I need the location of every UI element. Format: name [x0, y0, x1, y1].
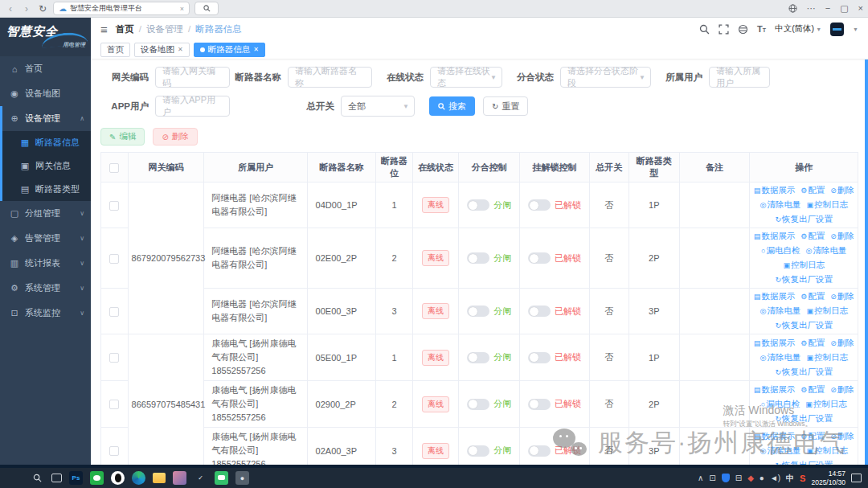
action-link-配置[interactable]: ⚙配置 — [800, 291, 825, 302]
sidebar-item-统计报表[interactable]: ▥统计报表∨ — [0, 251, 91, 276]
qq-icon[interactable] — [111, 471, 125, 485]
action-link-删除[interactable]: ⊘删除 — [830, 291, 854, 302]
delete-button[interactable]: ⊘删除 — [153, 128, 197, 146]
action-link-删除[interactable]: ⊘删除 — [830, 338, 854, 349]
close-icon[interactable]: × — [858, 4, 863, 13]
action-link-清除电量[interactable]: ◎清除电量 — [806, 245, 847, 256]
action-link-控制日志[interactable]: ▣控制日志 — [806, 306, 848, 317]
action-link-数据展示[interactable]: ▤数据展示 — [754, 185, 796, 196]
split-toggle[interactable] — [467, 445, 489, 457]
photos-icon[interactable] — [173, 471, 186, 485]
minimize-icon[interactable]: − — [825, 4, 830, 13]
search-icon[interactable] — [699, 24, 710, 35]
action-link-数据展示[interactable]: ▤数据展示 — [754, 384, 796, 396]
split-toggle[interactable] — [467, 352, 489, 363]
sidebar-item-分组管理[interactable]: ▢分组管理∨ — [0, 201, 91, 226]
action-link-清除电量[interactable]: ◎清除电量 — [760, 306, 801, 317]
chat-icon[interactable] — [215, 471, 228, 485]
action-link-配置[interactable]: ⚙配置 — [800, 231, 825, 242]
action-link-配置[interactable]: ⚙配置 — [800, 185, 825, 196]
filter-select-总开关[interactable]: 全部▼ — [341, 96, 415, 117]
globe-icon[interactable] — [788, 4, 797, 13]
split-toggle[interactable] — [467, 399, 489, 410]
tab-断路器信息[interactable]: 断路器信息✕ — [194, 43, 265, 57]
filter-input-断路器名称[interactable]: 请输入断路器名称 — [288, 67, 372, 88]
browser-tab[interactable]: ☁ 智慧安全用电管理平台 × — [53, 2, 190, 15]
theme-icon[interactable] — [738, 24, 748, 35]
action-link-恢复出厂设置[interactable]: ↻恢复出厂设置 — [775, 274, 833, 285]
action-link-配置[interactable]: ⚙配置 — [800, 338, 825, 349]
action-link-数据展示[interactable]: ▤数据展示 — [754, 231, 796, 242]
sidebar-item-断路器信息[interactable]: ▦断路器信息 — [2, 131, 91, 154]
tab-设备地图[interactable]: 设备地图✕ — [134, 43, 190, 57]
tray-meeting-icon[interactable]: ◆ — [747, 474, 754, 482]
action-link-配置[interactable]: ⚙配置 — [800, 431, 825, 442]
edit-button[interactable]: ✎编辑 — [100, 128, 145, 146]
tray-person-icon[interactable]: ● — [760, 474, 764, 482]
sidebar-item-设备管理[interactable]: ⊕设备管理∧ — [2, 106, 91, 131]
browser-menu-icon[interactable]: ⋯ — [807, 4, 816, 13]
tab-首页[interactable]: 首页 — [100, 43, 130, 57]
refresh-icon[interactable]: ↻ — [37, 3, 48, 14]
action-link-数据展示[interactable]: ▤数据展示 — [754, 338, 796, 349]
forward-icon[interactable]: › — [21, 3, 32, 14]
tray-chevron-up-icon[interactable]: ∧ — [698, 474, 703, 482]
font-size-icon[interactable]: TT — [757, 24, 766, 34]
action-link-数据展示[interactable]: ▤数据展示 — [754, 431, 796, 442]
action-link-控制日志[interactable]: ▣控制日志 — [783, 260, 825, 271]
split-toggle[interactable] — [467, 199, 489, 211]
sidebar-item-首页[interactable]: ⌂首页 — [0, 56, 91, 81]
row-checkbox[interactable] — [109, 400, 119, 409]
browser-search-button[interactable] — [194, 2, 219, 15]
row-checkbox[interactable] — [109, 353, 119, 363]
lock-toggle[interactable] — [528, 445, 551, 457]
sidebar-item-系统管理[interactable]: ⚙系统管理∨ — [0, 276, 91, 301]
lock-toggle[interactable] — [528, 352, 551, 363]
action-link-配置[interactable]: ⚙配置 — [800, 384, 825, 396]
lock-toggle[interactable] — [528, 306, 551, 317]
photoshop-icon[interactable]: Ps — [69, 471, 83, 485]
action-link-删除[interactable]: ⊘删除 — [830, 384, 854, 396]
lock-toggle[interactable] — [528, 399, 551, 410]
filter-input-所属用户[interactable]: 请输入所属用户 — [709, 67, 770, 88]
wechat-icon[interactable] — [90, 471, 104, 485]
split-toggle[interactable] — [467, 252, 489, 264]
action-link-恢复出厂设置[interactable]: ↻恢复出厂设置 — [775, 320, 833, 331]
sidebar-item-网关信息[interactable]: ▣网关信息 — [2, 154, 91, 178]
chevron-down-icon[interactable]: ▼ — [853, 27, 858, 32]
row-checkbox[interactable] — [109, 446, 119, 456]
action-link-删除[interactable]: ⊘删除 — [830, 431, 854, 442]
sidebar-toggle-icon[interactable]: ≡ — [100, 23, 108, 36]
search-button[interactable]: 搜索 — [429, 96, 475, 116]
taskbar-clock[interactable]: 14:57 2025/10/30 — [811, 470, 845, 486]
action-link-漏电自检[interactable]: ○漏电自检 — [761, 245, 800, 256]
tab-close-icon[interactable]: × — [180, 5, 184, 13]
sidebar-item-系统监控[interactable]: ⊡系统监控∨ — [0, 301, 91, 326]
tray-display-icon[interactable]: ⊡ — [709, 474, 715, 482]
action-link-清除电量[interactable]: ◎清除电量 — [760, 199, 801, 211]
windows-start-icon[interactable] — [10, 471, 23, 485]
tray-volume-icon[interactable]: ◄) — [770, 474, 780, 482]
restore-icon[interactable]: ▢ — [840, 4, 848, 13]
action-link-恢复出厂设置[interactable]: ↻恢复出厂设置 — [775, 214, 833, 225]
action-link-控制日志[interactable]: ▣控制日志 — [806, 352, 848, 363]
reset-button[interactable]: ↻重置 — [483, 96, 528, 116]
action-link-删除[interactable]: ⊘删除 — [830, 185, 854, 196]
tray-shield-icon[interactable] — [722, 474, 730, 482]
row-checkbox[interactable] — [109, 307, 119, 317]
action-link-漏电自检[interactable]: ○漏电自检 — [761, 399, 800, 410]
action-link-控制日志[interactable]: ▣控制日志 — [806, 445, 848, 457]
security-shield-icon[interactable]: ✓ — [194, 471, 207, 485]
fullscreen-icon[interactable] — [719, 24, 729, 35]
action-link-恢复出厂设置[interactable]: ↻恢复出厂设置 — [775, 460, 833, 465]
lock-toggle[interactable] — [528, 252, 551, 264]
ime-indicator[interactable]: 中 — [786, 473, 794, 484]
filter-input-网关编码[interactable]: 请输入网关编码 — [155, 67, 230, 88]
row-checkbox[interactable] — [109, 201, 119, 211]
scrollbar[interactable] — [865, 59, 868, 465]
action-link-清除电量[interactable]: ◎清除电量 — [760, 445, 801, 457]
action-link-恢复出厂设置[interactable]: ↻恢复出厂设置 — [775, 367, 833, 378]
row-checkbox[interactable] — [109, 254, 119, 264]
action-link-控制日志[interactable]: ▣控制日志 — [805, 399, 847, 410]
recorder-icon[interactable]: ● — [235, 471, 249, 485]
